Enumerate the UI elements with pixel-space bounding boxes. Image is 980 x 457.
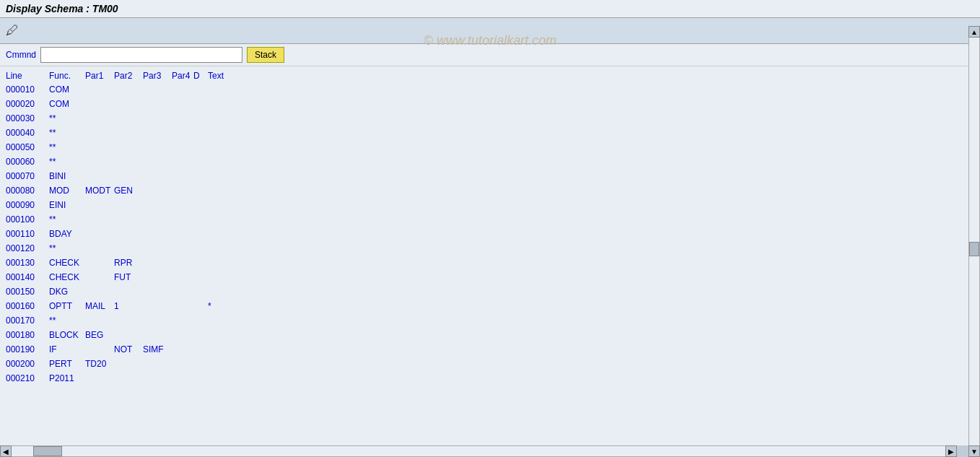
cell-func: **	[49, 155, 85, 168]
cell-func: COM	[49, 83, 85, 96]
scroll-track-bottom[interactable]	[12, 445, 945, 457]
cell-line: 000160	[6, 300, 49, 313]
cell-par4	[172, 199, 193, 212]
cell-func: DKG	[49, 285, 85, 298]
table-row: 000040**	[0, 126, 968, 140]
cell-d	[193, 242, 208, 255]
cell-par2	[114, 372, 143, 385]
cell-par2	[114, 328, 143, 341]
cell-par2	[114, 126, 143, 139]
cell-par3	[143, 83, 172, 96]
header-par3: Par3	[143, 71, 172, 81]
cell-par2: 1	[114, 300, 143, 313]
table-row: 000080MODMODTGEN	[0, 183, 968, 198]
cell-func: BLOCK	[49, 328, 85, 341]
cell-par1	[85, 242, 114, 255]
cell-line: 000190	[6, 343, 49, 356]
toolbar-icon: 🖊	[6, 23, 19, 38]
scroll-left-arrow[interactable]: ◀	[0, 445, 12, 457]
cell-par2	[114, 357, 143, 370]
cell-par3	[143, 328, 172, 341]
cell-par1: TD20	[85, 357, 114, 370]
cell-func: BDAY	[49, 227, 85, 240]
cell-func: IF	[49, 343, 85, 356]
bottom-scrollbar[interactable]: ◀ ▶	[0, 445, 968, 457]
cell-d	[193, 97, 208, 110]
table-row: 000030**	[0, 111, 968, 126]
cell-par4	[172, 300, 193, 313]
cell-par1	[85, 170, 114, 183]
toolbar: 🖊	[0, 18, 980, 44]
cell-func: MOD	[49, 184, 85, 197]
cell-par1	[85, 155, 114, 168]
cell-par1	[85, 227, 114, 240]
cell-d	[193, 343, 208, 356]
cell-func: **	[49, 126, 85, 139]
table-row: 000100**	[0, 212, 968, 227]
table-row: 000210P2011	[0, 371, 968, 386]
cell-text	[208, 256, 963, 269]
cell-d	[193, 213, 208, 226]
cell-line: 000120	[6, 242, 49, 255]
stack-button[interactable]: Stack	[247, 47, 284, 63]
table-row: 000130CHECKRPR	[0, 256, 968, 270]
cell-line: 000020	[6, 97, 49, 110]
cell-text	[208, 328, 963, 341]
cell-d	[193, 170, 208, 183]
cell-par4	[172, 126, 193, 139]
cell-d	[193, 184, 208, 197]
cell-text	[208, 343, 963, 356]
cell-par1	[85, 126, 114, 139]
cell-par1	[85, 271, 114, 284]
cell-par1: MAIL	[85, 300, 114, 313]
cell-text	[208, 97, 963, 110]
cell-par1	[85, 83, 114, 96]
scrollbar-right[interactable]: ▲ ▼	[968, 26, 980, 457]
page-title: Display Schema : TM00	[6, 3, 118, 14]
scroll-thumb-right[interactable]	[969, 242, 979, 256]
cell-line: 000030	[6, 112, 49, 125]
cell-d	[193, 199, 208, 212]
cell-line: 000140	[6, 271, 49, 284]
cell-text	[208, 242, 963, 255]
cell-par3	[143, 170, 172, 183]
cell-par2: NOT	[114, 343, 143, 356]
cell-func: CHECK	[49, 271, 85, 284]
cell-par2	[114, 155, 143, 168]
cell-d	[193, 300, 208, 313]
main-content: Line Func. Par1 Par2 Par3 Par4 D Text 00…	[0, 66, 968, 388]
cell-par1	[85, 213, 114, 226]
command-input[interactable]	[40, 47, 242, 63]
cell-d	[193, 285, 208, 298]
cell-par3	[143, 227, 172, 240]
cell-line: 000040	[6, 126, 49, 139]
cell-par1: MODT	[85, 184, 114, 197]
cell-func: CHECK	[49, 256, 85, 269]
header-par1: Par1	[85, 71, 114, 81]
cell-text	[208, 271, 963, 284]
cell-par3	[143, 372, 172, 385]
cell-d	[193, 357, 208, 370]
command-bar: Cmmnd Stack	[0, 44, 980, 66]
cell-line: 000170	[6, 314, 49, 327]
cell-par4	[172, 328, 193, 341]
cell-par3	[143, 97, 172, 110]
cell-d	[193, 155, 208, 168]
cell-line: 000010	[6, 83, 49, 96]
scroll-track-right[interactable]	[968, 38, 980, 445]
cell-par4	[172, 372, 193, 385]
scroll-thumb-bottom[interactable]	[33, 446, 62, 456]
header-par4: Par4	[172, 71, 193, 81]
cell-text: *	[208, 300, 963, 313]
scroll-down-arrow[interactable]: ▼	[968, 445, 980, 457]
scroll-right-arrow[interactable]: ▶	[945, 445, 957, 457]
cell-d	[193, 83, 208, 96]
cell-func: BINI	[49, 170, 85, 183]
cell-par4	[172, 112, 193, 125]
cell-par3	[143, 126, 172, 139]
cell-par4	[172, 357, 193, 370]
cell-par3	[143, 300, 172, 313]
cell-line: 000070	[6, 170, 49, 183]
cell-par1	[85, 97, 114, 110]
scroll-up-arrow[interactable]: ▲	[968, 26, 980, 38]
